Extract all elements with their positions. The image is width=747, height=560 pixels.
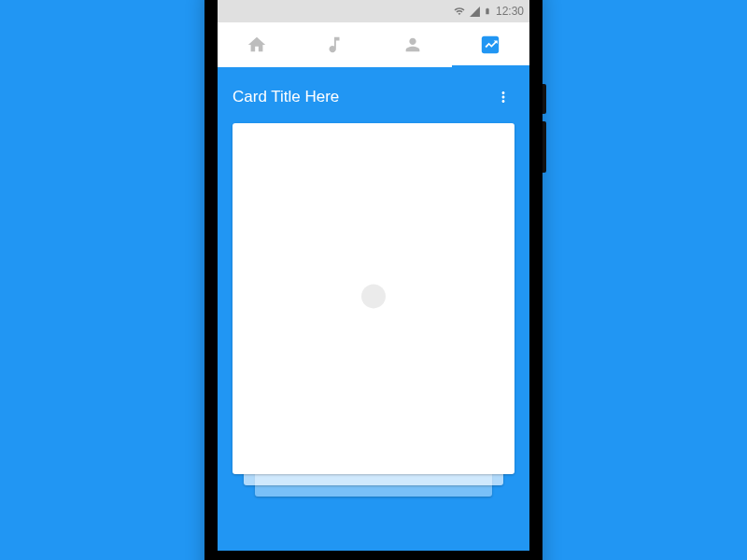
trending-icon <box>480 35 500 55</box>
tab-home[interactable] <box>218 22 296 67</box>
card-title: Card Title Here <box>233 88 339 106</box>
content-area: Card Title Here <box>218 67 529 497</box>
tab-bar <box>218 22 529 67</box>
signal-icon <box>469 6 481 18</box>
more-options-button[interactable] <box>492 86 514 108</box>
tab-trending[interactable] <box>452 22 530 67</box>
touch-ripple <box>361 284 386 308</box>
more-vert-icon <box>495 89 512 105</box>
home-icon <box>247 35 267 55</box>
phone-power-button <box>543 84 546 114</box>
tab-music[interactable] <box>296 22 374 67</box>
battery-icon <box>484 5 491 18</box>
music-note-icon <box>324 35 345 55</box>
phone-screen: 12:30 Card Title Here <box>218 0 529 551</box>
wifi-icon <box>453 6 466 17</box>
card-stack <box>233 123 514 497</box>
status-bar: 12:30 <box>218 0 529 22</box>
android-nav-bar <box>218 551 529 560</box>
card-front[interactable] <box>233 123 514 474</box>
card-header: Card Title Here <box>233 82 514 123</box>
person-icon <box>402 35 423 55</box>
tab-profile[interactable] <box>374 22 452 67</box>
phone-frame: 12:30 Card Title Here <box>204 0 543 560</box>
phone-volume-button <box>543 121 546 173</box>
status-time: 12:30 <box>496 5 524 18</box>
